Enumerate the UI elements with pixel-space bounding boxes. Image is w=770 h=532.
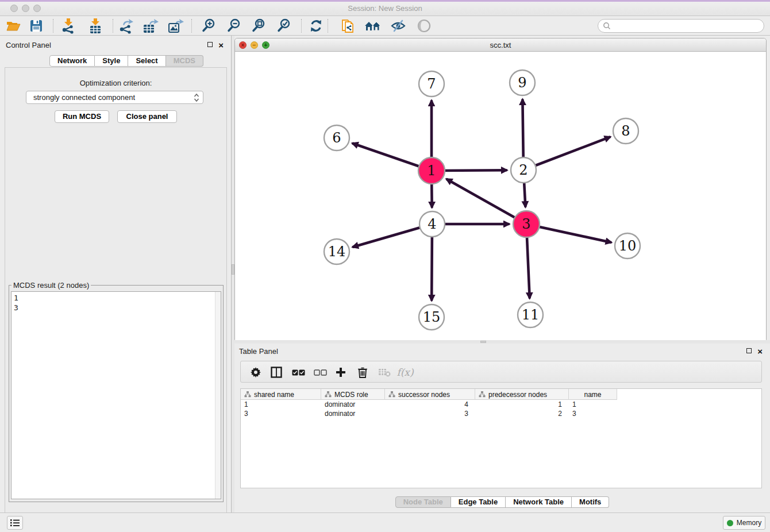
float-table-panel-icon[interactable] [746,348,752,353]
export-network-button[interactable] [118,18,135,34]
deselect-all-rows-button[interactable] [312,365,328,380]
control-panel-tabstrip: NetworkStyleSelectMCDS [49,55,203,67]
horizontal-split-grip[interactable] [480,341,486,343]
tab-select[interactable]: Select [128,55,165,67]
node-8[interactable]: 8 [613,118,638,144]
refresh-icon [309,18,324,33]
refresh-button[interactable] [307,18,325,34]
tab-edge-table[interactable]: Edge Table [451,496,506,508]
node-1[interactable]: 1 [418,157,445,184]
tab-network-table[interactable]: Network Table [506,496,572,508]
delete-column-button[interactable] [376,365,392,380]
table-settings-button[interactable] [248,365,264,380]
network-frame-title: scc.txt [235,41,766,49]
control-panel-header: Control Panel × [0,36,231,54]
optimization-criterion-select[interactable]: strongly connected component [26,91,203,104]
zoom-in-button[interactable] [200,18,217,34]
zoom-fit-button[interactable] [250,18,267,34]
mcds-result-group: MCDS result (2 nodes) 13 [9,285,224,502]
export-table-button[interactable] [142,18,159,34]
table-cell[interactable]: 4 [385,400,475,409]
close-table-panel-icon[interactable]: × [757,349,763,354]
zoom-selected-button[interactable] [275,18,292,34]
table-header-row: shared nameMCDS rolesuccessor nodesprede… [241,389,617,400]
close-panel-button[interactable]: Close panel [117,110,177,123]
node-10[interactable]: 10 [615,233,640,259]
node-14[interactable]: 14 [324,239,349,264]
column-header-shared-name[interactable]: shared name [241,389,321,400]
table-body: 1dominator4113dominator323 [241,400,761,418]
node-9[interactable]: 9 [510,70,535,95]
save-session-button[interactable] [28,18,45,34]
node-11[interactable]: 11 [518,302,543,327]
column-header-predecessor-nodes[interactable]: predecessor nodes [475,389,569,400]
dropdown-stepper-icon [194,93,199,102]
result-line: 3 [14,303,221,313]
function-builder-button[interactable]: f(x) [397,365,413,380]
tab-network[interactable]: Network [49,55,95,67]
add-column-button[interactable] [333,365,349,380]
table-cell[interactable]: 3 [385,409,475,418]
show-all-button[interactable] [415,18,433,34]
app-titlebar: Session: New Session [0,0,770,16]
memory-button[interactable]: Memory [723,516,765,530]
clone-network-icon [340,18,355,34]
table-panel-title: Table Panel [239,347,278,356]
import-network-button[interactable] [60,18,78,34]
delete-row-button[interactable] [355,365,371,380]
network-graph[interactable]: 7968124314101511 [235,52,766,340]
column-header-successor-nodes[interactable]: successor nodes [385,389,475,400]
network-frame-titlebar[interactable]: × − + scc.txt [235,38,766,52]
node-6[interactable]: 6 [324,125,349,151]
task-history-button[interactable] [7,516,23,530]
select-all-rows-button[interactable] [290,365,306,380]
table-toolbar: f(x) [240,361,762,383]
column-header-MCDS-role[interactable]: MCDS role [321,389,385,400]
table-cell[interactable]: 2 [475,409,569,418]
tab-motifs[interactable]: Motifs [572,496,609,508]
run-mcds-button[interactable]: Run MCDS [55,110,109,123]
table-cell[interactable]: 1 [241,400,321,409]
tab-node-table[interactable]: Node Table [395,496,451,508]
export-network-icon [118,18,134,34]
tab-mcds[interactable]: MCDS [166,55,203,67]
column-header-label: successor nodes [398,391,450,399]
table-cell[interactable]: 1 [475,400,569,409]
table-cell[interactable]: dominator [321,400,385,409]
window-top-edge [0,0,770,2]
table-cell[interactable]: 1 [569,400,617,409]
toolbar-separator [301,19,302,33]
float-panel-icon[interactable] [207,42,213,47]
clone-network-button[interactable] [339,18,356,34]
column-header-name[interactable]: name [569,389,617,400]
node-15[interactable]: 15 [419,304,444,330]
node-3[interactable]: 3 [513,211,540,237]
table-cell[interactable]: 3 [569,409,617,418]
mcds-result-text[interactable]: 13 [11,291,221,499]
tab-style[interactable]: Style [95,55,128,67]
close-panel-icon[interactable]: × [218,43,224,48]
result-scrollbar[interactable] [215,292,221,499]
node-2[interactable]: 2 [511,157,536,183]
table-cell[interactable]: dominator [321,409,385,418]
zoom-in-icon [201,18,216,33]
open-folder-icon [6,20,21,32]
open-session-button[interactable] [5,18,22,34]
zoom-out-button[interactable] [225,18,242,34]
node-label: 4 [428,216,436,232]
network-canvas[interactable]: 7968124314101511 [235,52,766,340]
edge-2-8[interactable] [523,137,610,170]
search-input[interactable] [611,21,764,31]
node-4[interactable]: 4 [419,211,445,237]
column-header-label: shared name [254,391,294,399]
hide-selected-button[interactable] [390,18,407,34]
search-field[interactable] [598,19,764,33]
table-cell[interactable]: 3 [241,409,321,418]
first-neighbors-button[interactable] [364,18,382,34]
memory-label: Memory [737,519,761,527]
export-image-button[interactable] [167,18,184,34]
split-columns-button[interactable] [268,365,284,380]
node-7[interactable]: 7 [419,71,444,97]
import-table-icon [88,18,103,34]
import-table-button[interactable] [87,18,104,34]
